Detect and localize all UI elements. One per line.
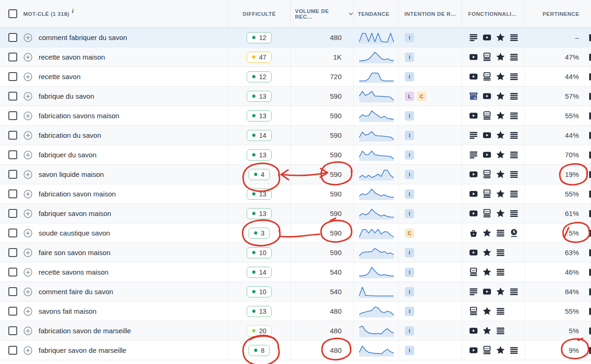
table-row[interactable]: recette savon maison 47 1K I 47%: [0, 47, 591, 67]
row-checkbox[interactable]: [8, 209, 17, 218]
keyword-label[interactable]: fabrication savon de marseille: [39, 327, 131, 335]
add-keyword-button[interactable]: [23, 150, 33, 160]
add-keyword-button[interactable]: [23, 287, 33, 297]
serp-features: [462, 47, 525, 67]
sort-chevron-down-icon[interactable]: [349, 12, 353, 15]
row-checkbox[interactable]: [8, 150, 17, 159]
difficulty-badge: 10: [247, 247, 272, 258]
video-carousel-icon: [469, 307, 478, 316]
table-row[interactable]: savons fait maison 13 480 I 55%: [0, 302, 591, 321]
header-volume[interactable]: VOLUME DE REC...: [291, 0, 354, 27]
row-edge-mark: [589, 249, 591, 256]
keyword-label[interactable]: fabriquer du savon: [39, 151, 96, 159]
table-row[interactable]: fabriquer savon maison 13 590 I 61%: [0, 204, 591, 223]
keyword-label[interactable]: fabriquer savon maison: [39, 209, 111, 217]
volume-value: 590: [330, 170, 342, 178]
table-row[interactable]: comment fabriquer du savon 12 480 I –: [0, 28, 591, 47]
plus-circle-icon: [23, 72, 33, 81]
row-checkbox[interactable]: [8, 326, 17, 335]
keyword-label[interactable]: fabrication savons maison: [39, 112, 119, 120]
keyword-label[interactable]: recette savon maison: [39, 53, 105, 61]
add-keyword-button[interactable]: [23, 307, 33, 316]
table-row[interactable]: fabrication du savon 14 590 I 44%: [0, 126, 591, 145]
header-features[interactable]: FONCTIONNALI...: [462, 0, 525, 27]
add-keyword-button[interactable]: [23, 33, 33, 42]
keyword-label[interactable]: faire son savon maison: [39, 249, 110, 256]
keyword-label[interactable]: savon liquide maison: [39, 170, 104, 178]
add-keyword-button[interactable]: [23, 111, 33, 121]
table-row[interactable]: fabrication savon maison 13 590 I 55%: [0, 184, 591, 204]
video-icon: [483, 92, 491, 101]
add-keyword-button[interactable]: [23, 248, 33, 257]
difficulty-value: 20: [259, 327, 267, 335]
difficulty-dot: [252, 134, 255, 137]
difficulty-dot: [252, 310, 255, 313]
add-keyword-button[interactable]: [23, 92, 33, 101]
add-keyword-button[interactable]: [23, 229, 33, 238]
row-checkbox[interactable]: [8, 131, 17, 140]
header-pertinence[interactable]: PERTINENCE: [525, 0, 591, 27]
trend-sparkline: [358, 89, 395, 103]
row-checkbox[interactable]: [8, 229, 17, 237]
intent-badges: I: [399, 106, 462, 125]
table-row[interactable]: fabrique du savon 13 590 LC G 57%: [0, 87, 591, 106]
table-row[interactable]: soude caustique savon 3 590 C $ 5%: [0, 223, 591, 243]
video-icon: [483, 150, 491, 159]
keyword-label[interactable]: recette savons maison: [39, 268, 108, 276]
row-checkbox[interactable]: [8, 92, 17, 101]
row-checkbox[interactable]: [8, 53, 17, 61]
add-keyword-button[interactable]: [23, 72, 33, 81]
header-difficulty[interactable]: DIFFICULTÉ: [228, 0, 291, 27]
table-row[interactable]: recette savons maison 14 540 I 46%: [0, 263, 591, 282]
intent-badge-I: I: [405, 248, 414, 257]
row-checkbox[interactable]: [8, 268, 17, 276]
volume-value: 590: [330, 249, 342, 256]
header-intent[interactable]: INTENTION DE R...: [399, 0, 462, 27]
keyword-label[interactable]: recette savon: [39, 73, 81, 81]
row-checkbox[interactable]: [8, 287, 17, 296]
select-all-checkbox[interactable]: [8, 9, 17, 18]
serp-features: [462, 106, 525, 125]
keyword-label[interactable]: fabrique du savon: [39, 92, 94, 100]
table-row[interactable]: recette savon 12 720 I 44%: [0, 67, 591, 87]
row-checkbox[interactable]: [8, 33, 17, 42]
table-row[interactable]: savon liquide maison 4 590 I 19%: [0, 165, 591, 184]
plus-circle-icon: [23, 209, 33, 218]
row-checkbox[interactable]: [8, 111, 17, 120]
row-checkbox[interactable]: [8, 307, 17, 316]
add-keyword-button[interactable]: [23, 53, 33, 62]
keyword-label[interactable]: fabrication du savon: [39, 131, 101, 139]
trend-sparkline: [358, 265, 395, 279]
info-icon[interactable]: i: [72, 7, 74, 14]
trend-sparkline: [358, 285, 395, 299]
table-row[interactable]: fabriquer du savon 13 590 I 70%: [0, 145, 591, 165]
difficulty-badge: 20: [247, 325, 272, 337]
keyword-label[interactable]: comment faire du savon: [39, 288, 113, 296]
intent-badges: C: [399, 223, 462, 243]
row-checkbox[interactable]: [8, 346, 17, 355]
keyword-label[interactable]: fabriquer savon de marseille: [39, 346, 126, 354]
table-row[interactable]: comment faire du savon 10 540 I 84%: [0, 282, 591, 302]
keyword-label[interactable]: soude caustique savon: [39, 229, 110, 237]
difficulty-badge: 4: [248, 169, 270, 180]
table-row[interactable]: faire son savon maison 10 590 I 63%: [0, 243, 591, 263]
row-checkbox[interactable]: [8, 248, 17, 257]
trend-sparkline-chart: [358, 265, 395, 279]
keyword-label[interactable]: fabrication savon maison: [39, 190, 116, 198]
add-keyword-button[interactable]: [23, 346, 33, 355]
table-row[interactable]: fabriquer savon de marseille 8 480 I 9%: [0, 341, 591, 360]
add-keyword-button[interactable]: [23, 268, 33, 277]
add-keyword-button[interactable]: [23, 170, 33, 179]
row-checkbox[interactable]: [8, 189, 17, 198]
table-row[interactable]: fabrication savons maison 13 590 I 55%: [0, 106, 591, 126]
row-checkbox[interactable]: [8, 72, 17, 81]
keyword-label[interactable]: savons fait maison: [39, 307, 96, 315]
add-keyword-button[interactable]: [23, 326, 33, 336]
add-keyword-button[interactable]: [23, 189, 33, 199]
add-keyword-button[interactable]: [23, 131, 33, 140]
row-checkbox[interactable]: [8, 170, 17, 179]
add-keyword-button[interactable]: [23, 209, 33, 218]
table-row[interactable]: fabrication savon de marseille 20 480 I …: [0, 321, 591, 341]
keyword-label[interactable]: comment fabriquer du savon: [39, 34, 127, 41]
trend-sparkline: [358, 304, 395, 318]
